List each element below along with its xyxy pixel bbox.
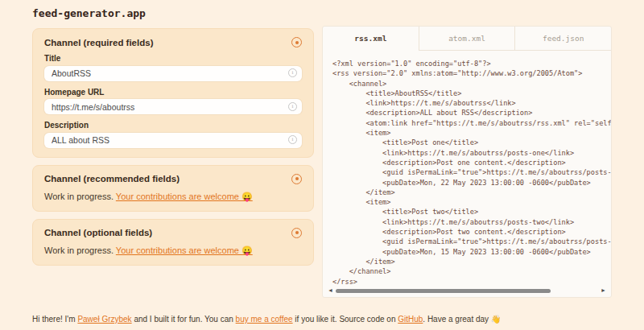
- horizontal-scrollbar[interactable]: ◄ ►: [328, 287, 606, 295]
- code-line: <atom:link href="https://t.me/s/aboutrss…: [332, 118, 611, 128]
- code-line: <title>Post one</title>: [332, 138, 611, 147]
- homepage-url-input[interactable]: [44, 99, 302, 114]
- field-title: Title i: [44, 54, 302, 81]
- panel-optional-header: Channel (optional fields): [44, 228, 302, 238]
- scroll-left-icon[interactable]: ◄: [328, 287, 333, 295]
- contributions-link[interactable]: Your contributions are welcome 😛: [116, 245, 253, 255]
- form-column: Channel (required fields) Title i Homepa…: [32, 28, 314, 273]
- author-link[interactable]: Paweł Grzybek: [77, 315, 131, 324]
- code-line: <?xml version="1.0" encoding="utf-8"?>: [332, 59, 611, 68]
- footer: Hi there! I'm Paweł Grzybek and I built …: [32, 315, 501, 324]
- output-tab-bar: rss.xml atom.xml feed.json: [323, 27, 611, 51]
- github-link[interactable]: GitHub: [398, 315, 423, 324]
- code-line: </item>: [332, 257, 611, 266]
- panel-required-title: Channel (required fields): [44, 38, 153, 47]
- code-line: <link>https://t.me/s/aboutrss/posts-two<…: [332, 217, 611, 227]
- panel-optional-title: Channel (optional fields): [44, 228, 152, 237]
- info-icon[interactable]: i: [288, 102, 297, 111]
- code-line: <channel>: [332, 79, 611, 89]
- tab-rss-xml[interactable]: rss.xml: [323, 27, 419, 51]
- field-description: Description i: [44, 121, 302, 148]
- code-line: <link>https://t.me/s/aboutrss/posts-one<…: [332, 148, 611, 158]
- panel-required-header: Channel (required fields): [44, 37, 302, 47]
- output-panel: rss.xml atom.xml feed.json <?xml version…: [322, 26, 612, 298]
- buy-coffee-link[interactable]: buy me a coffee: [236, 315, 293, 324]
- field-title-label: Title: [44, 54, 302, 63]
- panel-recommended-header: Channel (recommended fields): [44, 174, 302, 184]
- code-line: <guid isPermaLink="true">https://t.me/s/…: [332, 237, 611, 246]
- code-line: </rss>: [332, 277, 611, 284]
- page-title: feed-generator.app: [32, 7, 146, 19]
- scrollbar-track[interactable]: [336, 287, 598, 295]
- code-output: <?xml version="1.0" encoding="utf-8"?> <…: [323, 51, 611, 284]
- help-icon[interactable]: [291, 37, 302, 47]
- code-line: <item>: [332, 128, 611, 138]
- code-line: <pubDate>Mon, 15 May 2023 13:00:00 -0600…: [332, 247, 611, 257]
- code-line: <description>Post one content.</descript…: [332, 158, 611, 167]
- optional-wip-text: Work in progress. Your contributions are…: [44, 245, 302, 256]
- panel-recommended-fields: Channel (recommended fields) Work in pro…: [32, 165, 314, 212]
- tab-feed-json[interactable]: feed.json: [514, 27, 611, 51]
- code-line: <title>AboutRSS</title>: [332, 89, 611, 98]
- scrollbar-thumb[interactable]: [336, 289, 551, 293]
- field-homepage-url: Homepage URL i: [44, 88, 302, 115]
- scroll-right-icon[interactable]: ►: [601, 287, 606, 295]
- panel-required-fields: Channel (required fields) Title i Homepa…: [32, 28, 314, 158]
- code-line: </channel>: [332, 266, 611, 276]
- description-input[interactable]: [44, 133, 302, 148]
- code-line: <link>https://t.me/s/aboutrss</link>: [332, 98, 611, 108]
- code-line: <title>Post two</title>: [332, 207, 611, 217]
- wip-label: Work in progress.: [44, 245, 116, 255]
- code-line: <guid isPermaLink="true">https://t.me/s/…: [332, 167, 611, 177]
- panel-optional-fields: Channel (optional fields) Work in progre…: [32, 219, 314, 266]
- code-line: <description>ALL about RSS</description>: [332, 108, 611, 118]
- help-icon[interactable]: [291, 174, 302, 184]
- code-line: <description>Post two content.</descript…: [332, 227, 611, 237]
- contributions-link[interactable]: Your contributions are welcome 😛: [116, 192, 253, 201]
- recommended-wip-text: Work in progress. Your contributions are…: [44, 192, 302, 202]
- wip-label: Work in progress.: [44, 192, 116, 201]
- tab-atom-xml[interactable]: atom.xml: [419, 27, 515, 51]
- title-input[interactable]: [44, 66, 302, 81]
- footer-middle2: if you like it. Source code on: [293, 315, 398, 324]
- help-icon[interactable]: [291, 228, 302, 238]
- code-line: <item>: [332, 197, 611, 207]
- footer-intro: Hi there! I'm: [32, 315, 77, 324]
- code-line: <rss version="2.0" xmlns:atom="http://ww…: [332, 68, 611, 78]
- field-homepage-url-label: Homepage URL: [44, 88, 302, 97]
- field-description-label: Description: [44, 121, 302, 130]
- code-line: </item>: [332, 188, 611, 197]
- panel-recommended-title: Channel (recommended fields): [44, 174, 180, 184]
- footer-outro: . Have a great day 👋: [423, 315, 501, 324]
- code-line: <pubDate>Mon, 22 May 2023 13:00:00 -0600…: [332, 178, 611, 188]
- footer-middle1: and I built it for fun. You can: [132, 315, 236, 324]
